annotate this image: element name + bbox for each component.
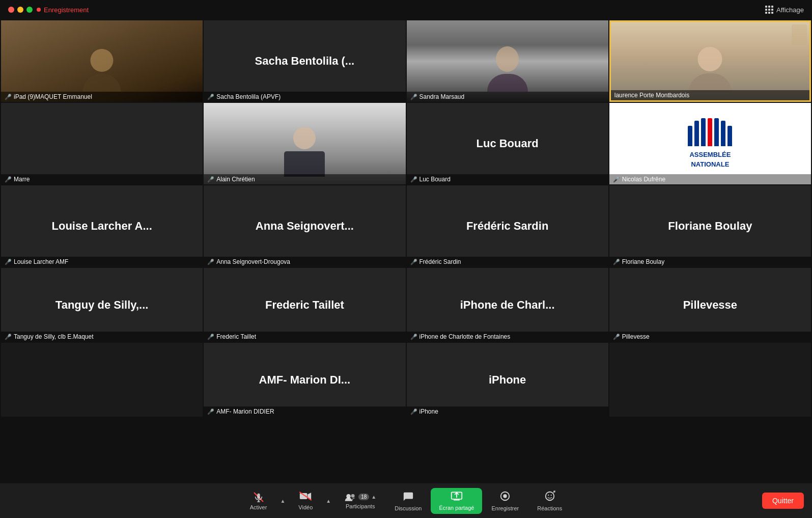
participant-name-floriane: 🎤 Floriane Boulay [609, 257, 811, 267]
mute-icon-taillet: 🎤 [207, 334, 214, 340]
an-logo-text: ASSEMBLÉE NATIONALE [689, 150, 731, 169]
video-grid: 🎤 iPad (9)MAQUET Emmanuel Sacha Bentolil… [0, 19, 812, 483]
mute-icon-anna: 🎤 [207, 259, 214, 265]
mute-icon-sardin: 🎤 [410, 259, 417, 265]
participant-name-maquet: 🎤 iPad (9)MAQUET Emmanuel [1, 92, 203, 102]
view-control[interactable]: Affichage [765, 6, 804, 14]
participant-tile-sardin[interactable]: Frédéric Sardin 🎤 Frédéric Sardin [407, 185, 608, 267]
mute-icon-amf: 🎤 [207, 408, 214, 415]
participant-name-sandra: 🎤 Sandra Marsaud [407, 92, 608, 102]
participant-display-tanguy: Tanguy de Silly,... [55, 298, 149, 312]
participant-display-anna: Anna Seignovert... [256, 220, 354, 233]
participant-tile-amf[interactable]: AMF- Marion DI... 🎤 AMF- Marion DIDIER [204, 343, 405, 417]
participant-name-anna: 🎤 Anna Seignovert-Drougova [204, 257, 405, 267]
mic-icon [253, 492, 264, 503]
mic-chevron-icon: ▲ [280, 498, 285, 504]
participants-label: Participants [346, 503, 375, 509]
participant-name-pillevesse: 🎤 Pillevesse [609, 332, 811, 342]
screen-share-label: Écran partagé [439, 505, 474, 511]
participants-chevron: ▲ [371, 494, 376, 500]
mute-icon: 🎤 [5, 94, 12, 100]
video-label: Vidéo [298, 504, 313, 510]
svg-point-14 [545, 492, 554, 500]
record-label: Enregistrer [491, 505, 519, 511]
grid-icon [765, 6, 773, 14]
reactions-icon [544, 490, 555, 504]
participant-tile-maquet[interactable]: 🎤 iPad (9)MAQUET Emmanuel [1, 20, 203, 102]
participant-name-alain: 🎤 Alain Chrétien [204, 174, 405, 184]
minimize-button[interactable] [17, 7, 23, 13]
video-icon [299, 492, 312, 503]
mic-chevron[interactable]: ▲ [276, 495, 289, 507]
reactions-label: Réactions [537, 505, 562, 511]
record-icon [499, 490, 511, 504]
participant-display-louise: Louise Larcher A... [52, 220, 152, 233]
close-button[interactable] [8, 7, 14, 13]
participant-name-laurence: laurence Porte Montbardois [611, 90, 809, 100]
mute-icon-marre: 🎤 [5, 176, 12, 183]
recording-dot [37, 8, 41, 12]
video-chevron[interactable]: ▲ [322, 495, 335, 507]
bottom-toolbar: Activer ▲ Vidéo ▲ [0, 483, 812, 518]
participant-tile-iphone[interactable]: iPhone 🎤 iPhone [407, 343, 608, 417]
video-button[interactable]: Vidéo [289, 488, 322, 513]
mute-icon-sandra: 🎤 [410, 94, 417, 100]
chat-icon [403, 490, 414, 504]
participant-name-luc: 🎤 Luc Bouard [407, 174, 608, 184]
mute-icon-tanguy: 🎤 [5, 334, 12, 340]
fullscreen-button[interactable] [26, 7, 33, 13]
mute-icon-bentolila: 🎤 [207, 94, 214, 100]
participant-tile-sandra[interactable]: 🎤 Sandra Marsaud [407, 20, 608, 102]
participants-count-badge: 18 [358, 494, 369, 500]
mute-icon-floriane: 🎤 [613, 259, 620, 265]
top-bar-left: Enregistrement [8, 6, 89, 14]
participant-display-sardin: Frédéric Sardin [466, 220, 548, 233]
mic-button[interactable]: Activer [241, 488, 276, 513]
participant-display-luc: Luc Bouard [477, 137, 539, 150]
quit-button[interactable]: Quitter [762, 493, 804, 509]
participant-display-floriane: Floriane Boulay [668, 220, 752, 233]
participant-name-amf: 🎤 AMF- Marion DIDIER [204, 406, 405, 417]
screen-share-button[interactable]: Écran partagé [431, 488, 482, 514]
reactions-button[interactable]: Réactions [528, 487, 571, 514]
mic-group: Activer ▲ [241, 488, 290, 513]
participant-tile-anna[interactable]: Anna Seignovert... 🎤 Anna Seignovert-Dro… [204, 185, 405, 267]
participant-tile-tanguy[interactable]: Tanguy de Silly,... 🎤 Tanguy de Silly, c… [1, 268, 203, 342]
participant-tile-floriane[interactable]: Floriane Boulay 🎤 Floriane Boulay [609, 185, 811, 267]
mute-icon-louise: 🎤 [5, 259, 12, 265]
screen-share-icon [451, 491, 463, 503]
mute-icon-pillevesse: 🎤 [613, 334, 620, 340]
svg-point-8 [351, 494, 355, 498]
participant-display-taillet: Frederic Taillet [265, 298, 344, 312]
participants-button[interactable]: 18 ▲ Participants [335, 489, 385, 512]
participant-tile-marre[interactable]: 🎤 Marre [1, 103, 203, 184]
participant-name-louise: 🎤 Louise Larcher AMF [1, 257, 203, 267]
participant-display-amf: AMF- Marion DI... [259, 373, 351, 387]
participant-tile-nicolas[interactable]: ASSEMBLÉE NATIONALE 🎤 Nicolas Dufrêne [609, 103, 811, 184]
svg-point-16 [550, 495, 551, 496]
video-chevron-icon: ▲ [326, 498, 331, 504]
participant-name-nicolas: 🎤 Nicolas Dufrêne [609, 174, 811, 184]
participant-tile-louise[interactable]: Louise Larcher A... 🎤 Louise Larcher AMF [1, 185, 203, 267]
record-button[interactable]: Enregistrer [482, 487, 528, 514]
participant-tile-luc[interactable]: Luc Bouard 🎤 Luc Bouard [407, 103, 608, 184]
svg-point-13 [503, 494, 507, 498]
participant-tile-iphone-charlotte[interactable]: iPhone de Charl... 🎤 iPhone de Charlotte… [407, 268, 608, 342]
participant-tile-bentolila[interactable]: Sacha Bentolila (... 🎤 Sacha Bentolila (… [204, 20, 405, 102]
chat-label: Discussion [395, 505, 422, 511]
participant-tile-laurence[interactable]: laurence Porte Montbardois [609, 20, 811, 102]
recording-badge: Enregistrement [37, 6, 89, 14]
participant-display-pillevesse: Pillevesse [683, 298, 737, 312]
participant-tile-pillevesse[interactable]: Pillevesse 🎤 Pillevesse [609, 268, 811, 342]
empty-tile-5-4 [609, 343, 811, 417]
participant-name-bentolila: 🎤 Sacha Bentolila (APVF) [204, 92, 405, 102]
participant-display-bentolila: Sacha Bentolila (... [255, 54, 355, 68]
chat-button[interactable]: Discussion [385, 487, 431, 514]
participant-tile-taillet[interactable]: Frederic Taillet 🎤 Frederic Taillet [204, 268, 405, 342]
participant-tile-alain[interactable]: 🎤 Alain Chrétien [204, 103, 405, 184]
participant-name-marre: 🎤 Marre [1, 174, 203, 184]
participant-name-iphone: 🎤 iPhone [407, 406, 608, 417]
participant-name-iphone-charlotte: 🎤 iPhone de Charlotte de Fontaines [407, 332, 608, 342]
participant-name-taillet: 🎤 Frederic Taillet [204, 332, 405, 342]
mute-icon-iphone-charlotte: 🎤 [410, 334, 417, 340]
